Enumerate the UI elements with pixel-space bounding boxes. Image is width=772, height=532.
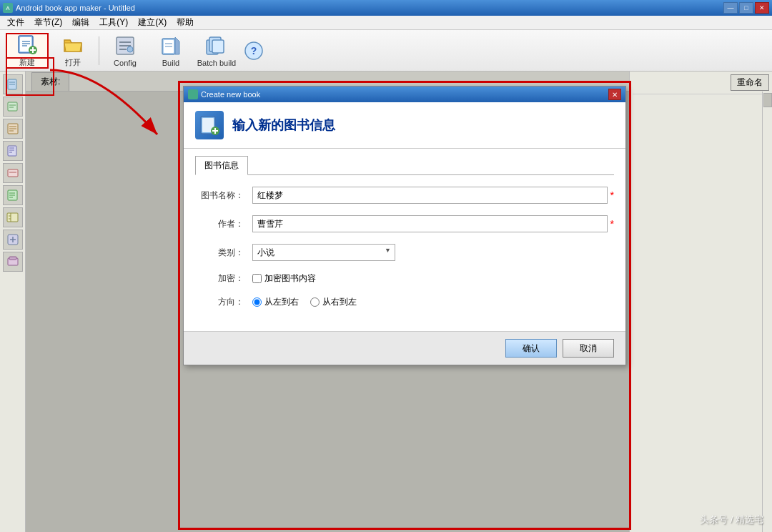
category-row: 类别： 小说 散文 诗歌 历史 科技 其他 bbox=[195, 244, 614, 261]
new-button-label: 新建 bbox=[19, 57, 35, 68]
category-select[interactable]: 小说 散文 诗歌 历史 科技 其他 bbox=[252, 244, 395, 261]
svg-rect-33 bbox=[8, 146, 16, 156]
menu-bar: 文件 章节(Z) 编辑 工具(Y) 建立(X) 帮助 bbox=[0, 16, 772, 30]
content-area: 素材: Create new book ✕ bbox=[26, 72, 629, 532]
dialog-title-bar: Create new book ✕ bbox=[184, 87, 625, 102]
dialog-title: Create new book bbox=[201, 90, 260, 99]
svg-point-12 bbox=[127, 46, 133, 52]
menu-edit[interactable]: 编辑 bbox=[68, 15, 94, 30]
create-book-dialog: Create new book ✕ bbox=[183, 86, 626, 365]
svg-rect-37 bbox=[8, 169, 18, 177]
restore-button[interactable]: □ bbox=[739, 2, 753, 14]
close-button[interactable]: ✕ bbox=[755, 2, 769, 14]
encrypt-label: 加密： bbox=[195, 272, 252, 285]
build-button[interactable]: Build bbox=[149, 33, 192, 69]
sidebar-item-8[interactable] bbox=[3, 230, 23, 250]
dialog-close-button[interactable]: ✕ bbox=[608, 89, 621, 100]
sidebar-item-6[interactable] bbox=[3, 185, 23, 205]
config-button[interactable]: Config bbox=[104, 33, 147, 69]
author-input[interactable] bbox=[252, 215, 608, 232]
author-label: 作者： bbox=[195, 218, 252, 230]
batch-build-button-label: Batch build bbox=[197, 59, 236, 67]
author-required: * bbox=[610, 218, 614, 230]
sidebar-item-3[interactable] bbox=[3, 119, 23, 139]
config-icon bbox=[114, 34, 137, 57]
menu-build[interactable]: 建立(X) bbox=[134, 15, 171, 30]
config-button-label: Config bbox=[114, 59, 137, 67]
title-bar: A Android book app maker - Untitled — □ … bbox=[0, 0, 772, 16]
sidebar-item-7[interactable] bbox=[3, 207, 23, 227]
dialog-tab-book-info[interactable]: 图书信息 bbox=[195, 156, 248, 175]
sidebar-item-1[interactable] bbox=[3, 74, 23, 94]
rename-button[interactable]: 重命名 bbox=[731, 74, 769, 91]
svg-text:?: ? bbox=[251, 45, 257, 56]
svg-rect-20 bbox=[212, 40, 224, 53]
book-name-label: 图书名称： bbox=[195, 189, 252, 202]
direction-rtl-radio[interactable] bbox=[310, 297, 320, 307]
build-button-label: Build bbox=[162, 59, 179, 67]
menu-tools[interactable]: 工具(Y) bbox=[95, 15, 132, 30]
app-icon: A bbox=[3, 3, 13, 13]
app-title: Android book app maker - Untitled bbox=[16, 4, 135, 12]
dialog-body: 图书信息 图书名称： * 作者： * 类别： bbox=[184, 149, 625, 331]
new-icon bbox=[16, 33, 39, 56]
svg-rect-51 bbox=[9, 257, 16, 260]
new-button[interactable]: 新建 bbox=[6, 33, 49, 69]
menu-file[interactable]: 文件 bbox=[3, 15, 29, 30]
dialog-header-title: 输入新的图书信息 bbox=[232, 117, 335, 134]
dialog-header: 输入新的图书信息 bbox=[184, 102, 625, 149]
author-row: 作者： * bbox=[195, 215, 614, 232]
direction-rtl-label: 从右到左 bbox=[322, 296, 357, 308]
sidebar bbox=[0, 72, 26, 532]
help-button[interactable]: ? bbox=[241, 33, 267, 69]
svg-rect-43 bbox=[7, 213, 18, 222]
encrypt-checkbox[interactable] bbox=[252, 274, 262, 283]
dialog-footer: 确认 取消 bbox=[184, 331, 625, 365]
batch-build-icon bbox=[205, 34, 228, 57]
direction-row: 方向： 从左到右 从右到左 bbox=[195, 296, 614, 308]
direction-label: 方向： bbox=[195, 296, 252, 308]
sidebar-item-5[interactable] bbox=[3, 163, 23, 183]
book-name-input[interactable] bbox=[252, 187, 608, 204]
right-scrollbar[interactable] bbox=[762, 92, 772, 532]
direction-radio-group: 从左到右 从右到左 bbox=[252, 296, 357, 308]
book-name-row: 图书名称： * bbox=[195, 187, 614, 204]
minimize-button[interactable]: — bbox=[723, 2, 738, 14]
sidebar-item-2[interactable] bbox=[3, 97, 23, 117]
encrypt-row: 加密： 加密图书内容 bbox=[195, 272, 614, 285]
help-icon: ? bbox=[242, 39, 265, 62]
scrollbar-thumb[interactable] bbox=[763, 93, 772, 107]
svg-marker-15 bbox=[175, 37, 179, 54]
open-button-label: 打开 bbox=[65, 57, 81, 68]
dialog-tab-strip: 图书信息 bbox=[195, 156, 614, 175]
dialog-title-icon bbox=[188, 89, 198, 99]
category-label: 类别： bbox=[195, 247, 252, 259]
dialog-header-icon bbox=[195, 111, 224, 139]
batch-build-button[interactable]: Batch build bbox=[195, 33, 238, 69]
build-icon bbox=[159, 34, 182, 57]
menu-help[interactable]: 帮助 bbox=[172, 15, 198, 30]
confirm-button[interactable]: 确认 bbox=[505, 339, 557, 358]
book-name-required: * bbox=[610, 189, 614, 201]
open-button[interactable]: 打开 bbox=[51, 33, 94, 69]
dialog-overlay: Create new book ✕ bbox=[26, 72, 629, 532]
direction-ltr-radio[interactable] bbox=[252, 297, 262, 307]
menu-chapter[interactable]: 章节(Z) bbox=[30, 15, 66, 30]
open-icon bbox=[61, 33, 84, 56]
cancel-button[interactable]: 取消 bbox=[563, 339, 614, 358]
toolbar-separator bbox=[99, 36, 99, 65]
main-area: 素材: Create new book ✕ bbox=[0, 72, 772, 532]
sidebar-item-4[interactable] bbox=[3, 141, 23, 161]
sidebar-item-9[interactable] bbox=[3, 252, 23, 272]
encrypt-checkbox-label: 加密图书内容 bbox=[264, 272, 316, 285]
direction-ltr-label: 从左到右 bbox=[264, 296, 299, 308]
toolbar: 新建 打开 Config bbox=[0, 30, 772, 72]
right-panel: 重命名 bbox=[629, 72, 772, 532]
svg-rect-26 bbox=[8, 102, 17, 111]
